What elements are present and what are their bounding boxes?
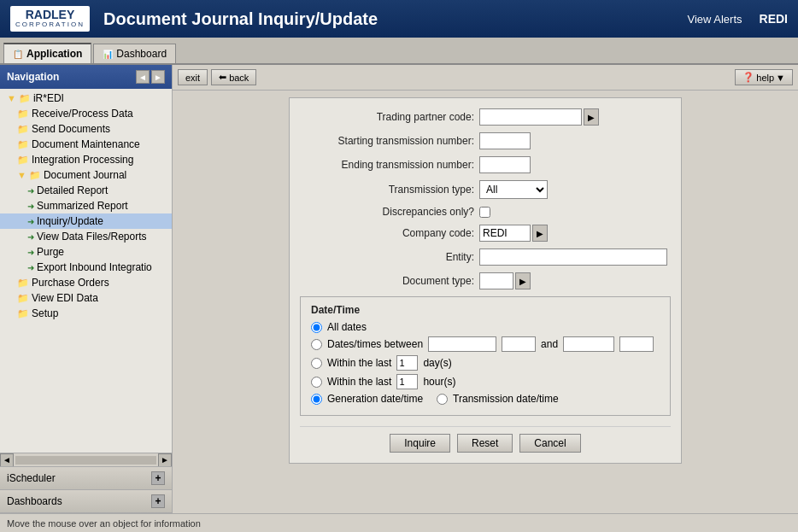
view-alerts-link[interactable]: View Alerts	[687, 13, 742, 26]
days-input[interactable]	[396, 355, 418, 371]
scroll-track[interactable]	[15, 456, 156, 465]
tab-application[interactable]: 📋 Application	[3, 43, 91, 63]
back-button[interactable]: ⬅ back	[211, 69, 256, 85]
sidebar-collapse-btn[interactable]: ◄	[136, 70, 150, 84]
folder-icon: 📁	[19, 93, 31, 104]
start-trans-row: Starting transmission number:	[300, 132, 671, 149]
gen-trans-row: Generation date/time Transmission date/t…	[311, 393, 660, 405]
folder-open-icon2: ▼	[17, 170, 26, 180]
trading-partner-label: Trading partner code:	[300, 111, 479, 123]
sidebar-item-integration-processing[interactable]: 📁 Integration Processing	[0, 152, 172, 167]
discrepancies-row: Discrepancies only?	[300, 206, 671, 218]
sidebar-item-export-inbound[interactable]: ➜ Export Inbound Integratio	[0, 260, 172, 275]
day-suffix: day(s)	[423, 357, 451, 369]
start-trans-input[interactable]	[479, 132, 531, 149]
within-last-day-radio[interactable]	[311, 358, 322, 369]
scroll-right-btn[interactable]: ►	[158, 453, 172, 467]
dashboards-expand-btn[interactable]: +	[151, 494, 165, 508]
sidebar-expand-btn[interactable]: ►	[151, 70, 165, 84]
sidebar-item-view-data-files[interactable]: ➜ View Data Files/Reports	[0, 229, 172, 244]
end-trans-label: Ending transmission number:	[300, 159, 479, 171]
ischeduler-expand-btn[interactable]: +	[151, 471, 165, 485]
sidebar-footer: iScheduler + Dashboards +	[0, 466, 172, 513]
within-last-hour-radio[interactable]	[311, 377, 322, 388]
entity-row: Entity:	[300, 248, 671, 266]
sidebar-footer-ischeduler[interactable]: iScheduler +	[0, 467, 172, 490]
company-code-row: Company code: ▶	[300, 225, 671, 242]
sidebar-item-inquiry-update[interactable]: ➜ Inquiry/Update	[0, 213, 172, 229]
sidebar-title: Navigation	[7, 71, 59, 83]
company-code-lookup-btn[interactable]: ▶	[532, 225, 548, 242]
scroll-left-btn[interactable]: ◄	[0, 453, 14, 467]
transmission-radio[interactable]	[437, 394, 448, 405]
statusbar: Move the mouse over an object for inform…	[0, 513, 798, 532]
sidebar-item-document-journal-label: Document Journal	[44, 169, 126, 181]
sidebar-item-inquiry-update-label: Inquiry/Update	[37, 215, 103, 227]
folder-open-icon: ▼	[7, 93, 16, 103]
reset-button[interactable]: Reset	[457, 434, 513, 453]
transmission-label: Transmission date/time	[453, 393, 559, 405]
help-button[interactable]: ❓ help ▼	[735, 69, 793, 85]
sidebar-item-receive-process-label: Receive/Process Data	[32, 108, 133, 120]
doc-type-input[interactable]	[479, 272, 513, 289]
doc-type-label: Document type:	[300, 275, 479, 287]
sidebar-item-detailed-report-label: Detailed Report	[37, 184, 108, 196]
trans-type-row: Transmission type: All Inbound Outbound	[300, 180, 671, 199]
sidebar-item-purge[interactable]: ➜ Purge	[0, 244, 172, 260]
sidebar-item-summarized-report[interactable]: ➜ Summarized Report	[0, 198, 172, 213]
sidebar-item-detailed-report[interactable]: ➜ Detailed Report	[0, 183, 172, 198]
time-from-input[interactable]	[502, 336, 536, 352]
generation-label: Generation date/time	[327, 393, 423, 405]
sidebar-item-doc-maintenance-label: Document Maintenance	[32, 138, 140, 150]
doc-type-row: Document type: ▶	[300, 272, 671, 289]
doc-type-lookup-btn[interactable]: ▶	[515, 272, 531, 289]
back-arrow-icon: ⬅	[219, 72, 226, 83]
sidebar-item-document-journal[interactable]: ▼ 📁 Document Journal	[0, 167, 172, 183]
arrow-icon: ➜	[27, 186, 34, 196]
folder-icon6: 📁	[29, 170, 41, 181]
logo: RADLEY CORPORATION	[10, 6, 90, 32]
folder-icon9: 📁	[17, 308, 29, 319]
discrepancies-checkbox[interactable]	[479, 207, 490, 218]
arrow-icon6: ➜	[27, 263, 34, 272]
datetime-section: Date/Time All dates Dates/times between	[300, 296, 671, 416]
trading-partner-lookup-btn[interactable]: ▶	[584, 108, 599, 126]
content-area: Trading partner code: ▶ Starting transmi…	[173, 91, 798, 513]
trading-partner-row: Trading partner code: ▶	[300, 108, 671, 126]
sidebar-footer-dashboards[interactable]: Dashboards +	[0, 490, 172, 513]
company-code-input[interactable]	[479, 225, 531, 242]
generation-radio[interactable]	[311, 394, 322, 405]
date-from-input[interactable]	[428, 336, 496, 352]
entity-label: Entity:	[300, 251, 479, 263]
dashboards-label: Dashboards	[7, 495, 62, 507]
sidebar-item-purchase-orders[interactable]: 📁 Purchase Orders	[0, 275, 172, 290]
sidebar-item-receive-process[interactable]: 📁 Receive/Process Data	[0, 106, 172, 121]
help-dropdown-icon: ▼	[776, 73, 785, 83]
within-last-day-row: Within the last day(s)	[311, 355, 660, 371]
entity-input[interactable]	[479, 248, 667, 266]
time-to-input[interactable]	[619, 336, 654, 352]
sidebar-item-ir-edi[interactable]: ▼ 📁 iR*EDI	[0, 91, 172, 106]
sidebar-item-view-edi-data[interactable]: 📁 View EDI Data	[0, 290, 172, 306]
sidebar-item-view-data-files-label: View Data Files/Reports	[37, 231, 147, 243]
sidebar-item-setup[interactable]: 📁 Setup	[0, 306, 172, 321]
within-last-day-label: Within the last	[327, 357, 391, 369]
trading-partner-input[interactable]	[479, 108, 582, 126]
all-dates-radio[interactable]	[311, 322, 322, 333]
end-trans-input[interactable]	[479, 156, 531, 173]
exit-button[interactable]: exit	[178, 69, 208, 85]
tab-dashboard[interactable]: 📊 Dashboard	[93, 44, 176, 63]
trans-type-select[interactable]: All Inbound Outbound	[479, 180, 548, 199]
sidebar-item-send-docs[interactable]: 📁 Send Documents	[0, 121, 172, 137]
arrow-icon5: ➜	[27, 248, 34, 257]
cancel-button[interactable]: Cancel	[519, 434, 580, 453]
hours-input[interactable]	[396, 374, 418, 389]
all-dates-row: All dates	[311, 321, 660, 333]
inquire-button[interactable]: Inquire	[390, 434, 450, 453]
dates-between-radio[interactable]	[311, 339, 322, 350]
sidebar-item-integration-processing-label: Integration Processing	[32, 154, 133, 166]
date-to-input[interactable]	[563, 336, 614, 352]
sidebar-item-doc-maintenance[interactable]: 📁 Document Maintenance	[0, 137, 172, 152]
header-actions: View Alerts REDI	[687, 12, 788, 26]
arrow-icon4: ➜	[27, 232, 34, 242]
